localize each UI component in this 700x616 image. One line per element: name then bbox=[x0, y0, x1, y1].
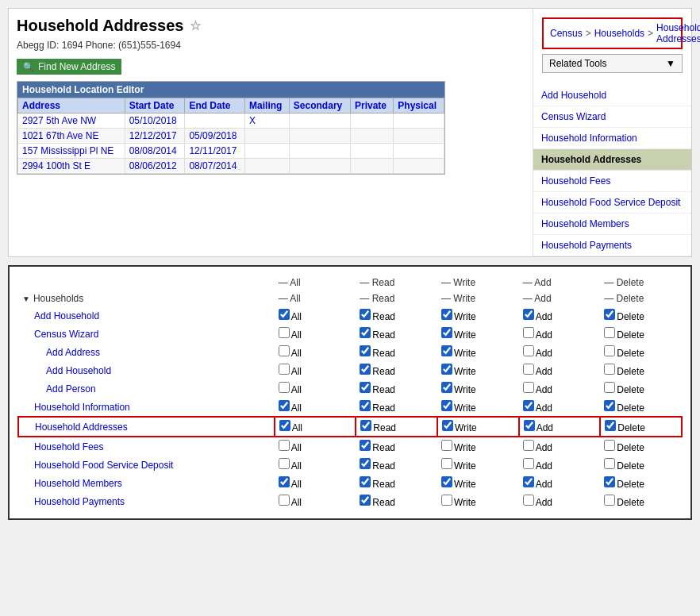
perm-all-cell: All bbox=[275, 306, 356, 325]
perm-delete-checkbox[interactable] bbox=[604, 495, 615, 506]
perm-read-checkbox[interactable] bbox=[360, 382, 371, 393]
perm-read-checkbox[interactable] bbox=[360, 364, 371, 375]
permission-row: Census WizardAllReadWriteAddDelete bbox=[18, 325, 682, 343]
perm-all-label: All bbox=[291, 460, 302, 472]
perm-write-checkbox[interactable] bbox=[441, 458, 452, 469]
perm-add-checkbox[interactable] bbox=[523, 364, 534, 375]
top-panel: Household Addresses ☆ Abegg ID: 1694 Pho… bbox=[8, 8, 692, 257]
perm-write-cell: Write bbox=[437, 361, 519, 379]
perm-add-checkbox[interactable] bbox=[523, 400, 534, 411]
perm-add-checkbox[interactable] bbox=[523, 476, 534, 487]
perm-read-checkbox[interactable] bbox=[360, 309, 371, 320]
favorite-icon[interactable]: ☆ bbox=[190, 18, 201, 33]
location-editor-title: Household Location Editor bbox=[17, 82, 444, 98]
related-tools-button[interactable]: Related Tools ▼ bbox=[542, 54, 683, 73]
perm-all-checkbox[interactable] bbox=[279, 458, 290, 469]
col-mailing[interactable]: Mailing bbox=[245, 98, 290, 114]
perm-add-checkbox[interactable] bbox=[523, 440, 534, 451]
perm-delete-checkbox[interactable] bbox=[604, 327, 615, 338]
perm-write-checkbox[interactable] bbox=[441, 476, 452, 487]
perm-delete-checkbox[interactable] bbox=[604, 382, 615, 393]
perm-delete-cell: Delete bbox=[600, 379, 682, 398]
perm-delete-checkbox[interactable] bbox=[605, 420, 616, 431]
sidebar-item[interactable]: Household Information bbox=[533, 128, 691, 149]
perm-all-header: — All bbox=[279, 293, 301, 304]
perm-write-label: Write bbox=[454, 479, 476, 490]
col-address[interactable]: Address bbox=[18, 98, 125, 114]
breadcrumb-households[interactable]: Households bbox=[594, 28, 644, 39]
sidebar-item[interactable]: Household Fees bbox=[533, 171, 691, 192]
perm-read-checkbox[interactable] bbox=[360, 345, 371, 356]
table-row[interactable]: 1021 67th Ave NE12/12/201705/09/2018 bbox=[18, 129, 444, 144]
perm-read-checkbox[interactable] bbox=[360, 420, 371, 431]
location-table: Address Start Date End Date Mailing Seco… bbox=[17, 98, 444, 174]
col-end-date[interactable]: End Date bbox=[185, 98, 245, 114]
sidebar-item[interactable]: Household Addresses bbox=[533, 149, 691, 171]
perm-write-checkbox[interactable] bbox=[441, 495, 452, 506]
perm-read-checkbox[interactable] bbox=[360, 327, 371, 338]
col-start-date[interactable]: Start Date bbox=[125, 98, 185, 114]
perm-write-checkbox[interactable] bbox=[442, 420, 453, 431]
breadcrumb-census[interactable]: Census bbox=[550, 28, 583, 39]
col-physical[interactable]: Physical bbox=[394, 98, 444, 114]
perm-delete-label: Delete bbox=[617, 422, 645, 433]
perm-write-checkbox[interactable] bbox=[441, 364, 452, 375]
subtitle: Abegg ID: 1694 Phone: (651)555-1694 bbox=[17, 40, 525, 51]
perm-delete-checkbox[interactable] bbox=[604, 345, 615, 356]
perm-read-checkbox[interactable] bbox=[360, 458, 371, 469]
perm-delete-cell: Delete bbox=[600, 437, 682, 456]
perm-read-cell: Read bbox=[356, 474, 437, 492]
sidebar-item[interactable]: Add Household bbox=[533, 85, 691, 106]
sidebar-item[interactable]: Household Members bbox=[533, 214, 691, 235]
perm-all-checkbox[interactable] bbox=[279, 440, 290, 451]
perm-delete-checkbox[interactable] bbox=[604, 476, 615, 487]
sidebar-item[interactable]: Household Food Service Deposit bbox=[533, 192, 691, 214]
perm-write-checkbox[interactable] bbox=[441, 382, 452, 393]
col-secondary[interactable]: Secondary bbox=[289, 98, 350, 114]
sidebar-item[interactable]: Household Payments bbox=[533, 235, 691, 256]
perm-header-all: — All bbox=[275, 275, 356, 291]
perm-write-checkbox[interactable] bbox=[441, 400, 452, 411]
perm-add-checkbox[interactable] bbox=[523, 458, 534, 469]
perm-all-checkbox[interactable] bbox=[279, 495, 290, 506]
perm-write-checkbox[interactable] bbox=[441, 309, 452, 320]
perm-add-checkbox[interactable] bbox=[523, 382, 534, 393]
perm-add-checkbox[interactable] bbox=[523, 495, 534, 506]
permission-row: Household Food Service DepositAllReadWri… bbox=[18, 456, 682, 474]
perm-write-checkbox[interactable] bbox=[441, 327, 452, 338]
perm-all-checkbox[interactable] bbox=[279, 309, 290, 320]
perm-all-checkbox[interactable] bbox=[279, 476, 290, 487]
perm-read-checkbox[interactable] bbox=[360, 440, 371, 451]
perm-delete-checkbox[interactable] bbox=[604, 364, 615, 375]
perm-delete-checkbox[interactable] bbox=[604, 440, 615, 451]
perm-add-checkbox[interactable] bbox=[523, 327, 534, 338]
perm-all-checkbox[interactable] bbox=[279, 420, 290, 431]
col-private[interactable]: Private bbox=[350, 98, 393, 114]
perm-write-checkbox[interactable] bbox=[441, 345, 452, 356]
perm-read-checkbox[interactable] bbox=[360, 400, 371, 411]
perm-add-checkbox[interactable] bbox=[524, 420, 535, 431]
perm-write-checkbox[interactable] bbox=[441, 440, 452, 451]
perm-add-checkbox[interactable] bbox=[523, 345, 534, 356]
find-address-button[interactable]: 🔍 Find New Address bbox=[17, 59, 121, 75]
table-row[interactable]: 2994 100th St E08/06/201208/07/2014 bbox=[18, 159, 444, 174]
perm-delete-checkbox[interactable] bbox=[604, 458, 615, 469]
sidebar-item[interactable]: Census Wizard bbox=[533, 106, 691, 128]
perm-all-checkbox[interactable] bbox=[279, 364, 290, 375]
perm-all-checkbox[interactable] bbox=[279, 327, 290, 338]
perm-delete-checkbox[interactable] bbox=[604, 309, 615, 320]
perm-read-cell: Read bbox=[356, 492, 437, 510]
perm-delete-checkbox[interactable] bbox=[604, 400, 615, 411]
perm-all-checkbox[interactable] bbox=[279, 382, 290, 393]
perm-header-delete: — Delete bbox=[600, 275, 682, 291]
perm-all-checkbox[interactable] bbox=[279, 400, 290, 411]
perm-add-label: Add bbox=[536, 460, 552, 472]
perm-all-checkbox[interactable] bbox=[279, 345, 290, 356]
perm-read-checkbox[interactable] bbox=[360, 495, 371, 506]
table-row[interactable]: 157 Mississippi Pl NE08/08/201412/11/201… bbox=[18, 144, 444, 159]
breadcrumb-area: Census > Households > Household Addresse… bbox=[533, 9, 691, 77]
perm-read-checkbox[interactable] bbox=[360, 476, 371, 487]
perm-add-checkbox[interactable] bbox=[523, 309, 534, 320]
chevron-down-icon: ▼ bbox=[666, 58, 675, 69]
table-row[interactable]: 2927 5th Ave NW05/10/2018X bbox=[18, 114, 444, 129]
